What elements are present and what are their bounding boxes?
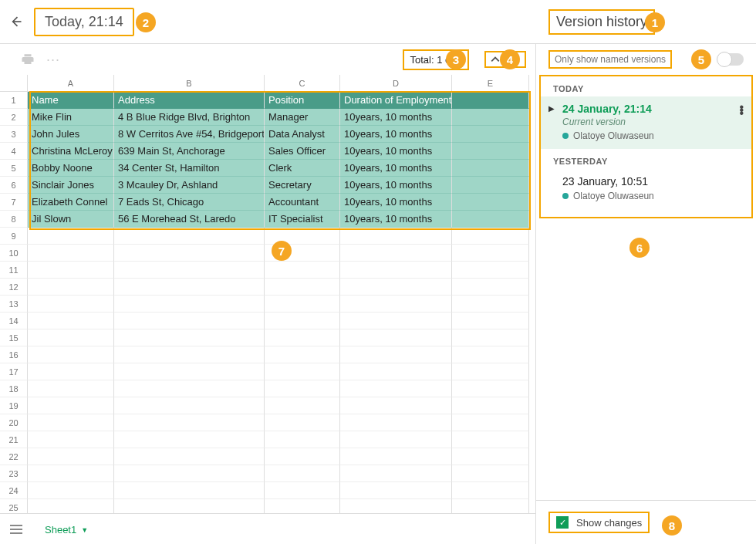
version-item[interactable]: 23 January, 10:51Olatoye Oluwaseun — [541, 169, 751, 209]
annotation-badge: 6 — [629, 238, 650, 258]
annotation-badge: 1 — [645, 12, 665, 32]
version-section-header: YESTERDAY — [541, 149, 751, 169]
annotation-badge: 4 — [500, 49, 520, 69]
annotation-badge: 5 — [691, 49, 711, 69]
only-named-label: Only show named versions — [548, 50, 672, 69]
sheet-tab-label: Sheet1 — [45, 524, 76, 536]
version-title[interactable]: Today, 21:14 — [34, 8, 134, 36]
annotation-badge: 2 — [136, 12, 156, 32]
sheet-tab[interactable]: Sheet1 ▼ — [39, 515, 94, 543]
version-item[interactable]: ▶•••24 January, 21:14Current versionOlat… — [541, 96, 751, 149]
back-button[interactable] — [6, 12, 25, 31]
version-section-header: TODAY — [541, 76, 751, 96]
annotation-badge: 3 — [446, 49, 466, 69]
annotation-badge: 8 — [662, 515, 682, 536]
spreadsheet-grid[interactable]: 1NameAddressPositionDuration of Employme… — [0, 92, 535, 513]
expand-icon[interactable]: ▶ — [548, 104, 555, 113]
version-list: TODAY▶•••24 January, 21:14Current versio… — [539, 75, 753, 218]
annotation-badge: 7 — [272, 241, 292, 261]
print-icon[interactable] — [20, 52, 35, 66]
prev-edit-button[interactable] — [491, 55, 500, 64]
show-changes-checkbox[interactable]: ✓ — [556, 516, 569, 529]
more-icon[interactable]: ··· — [46, 52, 60, 68]
version-history-title: Version history — [548, 9, 655, 35]
all-sheets-icon[interactable] — [9, 524, 23, 535]
column-headers: A B C D E — [0, 75, 535, 92]
sheet-tab-menu-icon[interactable]: ▼ — [81, 526, 88, 534]
only-named-toggle[interactable] — [717, 53, 744, 66]
version-menu-icon[interactable]: ••• — [739, 106, 744, 115]
show-changes-label: Show changes — [576, 517, 642, 529]
